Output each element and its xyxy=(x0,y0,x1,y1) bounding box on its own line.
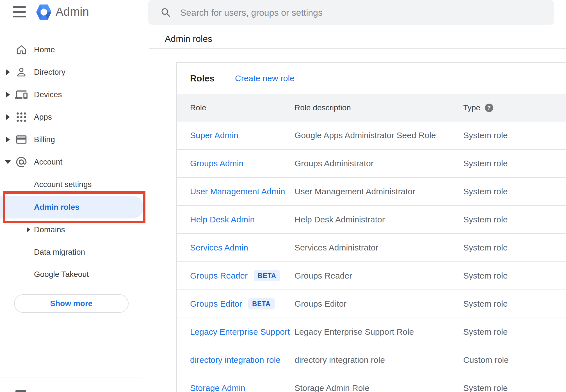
product-name: Admin xyxy=(56,4,89,19)
role-description: Help Desk Administrator xyxy=(295,215,385,224)
chevron-right-icon xyxy=(6,92,10,97)
role-link[interactable]: Groups Admin xyxy=(190,159,243,168)
role-cell: Storage Admin xyxy=(190,383,245,392)
role-type: System role xyxy=(463,271,508,281)
role-type: System role xyxy=(463,215,508,224)
table-row: Legacy Enterprise Support Legacy Enterpr… xyxy=(177,318,566,346)
roles-card: Roles Create new role Role Role descript… xyxy=(176,62,566,392)
role-description: Legacy Enterprise Support Role xyxy=(295,327,414,337)
sidebar-item-label: Billing xyxy=(34,135,55,144)
role-type: System role xyxy=(463,327,508,337)
sidebar-item-label: Admin roles xyxy=(34,203,79,212)
create-new-role-link[interactable]: Create new role xyxy=(235,74,295,83)
table-row: Super Admin Google Apps Administrator Se… xyxy=(177,122,566,150)
sidebar-item-account-settings[interactable]: Account settings xyxy=(0,173,149,196)
hamburger-menu-icon[interactable] xyxy=(13,6,26,17)
role-cell: directory integration role xyxy=(190,355,280,365)
chevron-right-icon xyxy=(6,69,10,75)
role-link[interactable]: Services Admin xyxy=(190,243,248,252)
sidebar-item-directory[interactable]: Directory xyxy=(0,61,149,83)
column-header-role: Role xyxy=(190,103,206,112)
chevron-down-icon xyxy=(5,160,11,164)
sidebar-item-label: Home xyxy=(34,45,55,54)
page-title: Admin roles xyxy=(165,34,212,44)
sidebar-item-label: Directory xyxy=(34,68,65,77)
chevron-right-icon xyxy=(6,114,10,120)
role-type: System role xyxy=(463,187,508,196)
role-description: Groups Reader xyxy=(295,271,352,281)
roles-table-header: Role Role description Type ? xyxy=(177,94,566,122)
sidebar-item-apps[interactable]: Apps xyxy=(0,106,149,128)
sidebar-item-label: Devices xyxy=(34,90,62,99)
sidebar-item-account[interactable]: Account xyxy=(0,151,149,173)
table-row: Storage Admin Storage Admin Role System … xyxy=(177,374,566,392)
show-more-button[interactable]: Show more xyxy=(14,294,129,313)
role-cell: User Management Admin xyxy=(190,187,285,196)
table-row: Groups Editor BETA Groups Editor System … xyxy=(177,290,566,318)
at-sign-icon xyxy=(15,155,28,169)
sidebar: Admin Home Directory Devices xyxy=(0,0,149,392)
chevron-right-icon xyxy=(6,137,10,142)
clipped-sidebar-icon xyxy=(15,390,26,392)
role-cell: Groups Admin xyxy=(190,159,243,168)
table-row: Help Desk Admin Help Desk Administrator … xyxy=(177,206,566,234)
sidebar-item-home[interactable]: Home xyxy=(0,38,149,61)
sidebar-item-data-migration[interactable]: Data migration xyxy=(0,241,149,263)
sidebar-item-label: Account settings xyxy=(34,180,92,189)
sidebar-item-label: Domains xyxy=(34,225,65,234)
role-type: System role xyxy=(463,299,508,309)
beta-badge: BETA xyxy=(248,298,275,309)
role-link[interactable]: User Management Admin xyxy=(190,187,285,196)
chevron-right-icon xyxy=(27,227,30,232)
table-row: directory integration role directory int… xyxy=(177,346,566,374)
role-cell: Legacy Enterprise Support xyxy=(190,327,290,337)
role-description: Storage Admin Role xyxy=(295,383,369,392)
role-link[interactable]: Groups Editor xyxy=(190,299,242,309)
role-description: Groups Administrator xyxy=(295,159,374,168)
role-type: System role xyxy=(463,131,508,140)
devices-icon xyxy=(15,88,28,101)
role-type: System role xyxy=(463,383,508,392)
role-cell: Groups Editor BETA xyxy=(190,298,275,309)
sidebar-item-devices[interactable]: Devices xyxy=(0,83,149,106)
roles-table-body: Super Admin Google Apps Administrator Se… xyxy=(177,122,566,392)
help-icon[interactable]: ? xyxy=(485,104,493,112)
sidebar-item-domains[interactable]: Domains xyxy=(0,218,149,241)
sidebar-divider xyxy=(0,377,143,377)
home-icon xyxy=(15,43,28,56)
role-link[interactable]: Storage Admin xyxy=(190,383,245,392)
column-header-type: Type ? xyxy=(463,103,493,112)
role-link[interactable]: Help Desk Admin xyxy=(190,215,255,224)
role-type: System role xyxy=(463,159,508,168)
role-description: User Management Administrator xyxy=(295,187,415,196)
search-icon xyxy=(161,7,171,17)
google-admin-logo-icon[interactable] xyxy=(36,3,52,21)
role-cell: Groups Reader BETA xyxy=(190,270,280,281)
role-link[interactable]: Groups Reader xyxy=(190,271,248,281)
role-link[interactable]: Legacy Enterprise Support xyxy=(190,327,290,337)
role-description: Groups Editor xyxy=(295,299,346,309)
search-input[interactable] xyxy=(180,0,546,25)
search-bar[interactable] xyxy=(148,0,554,25)
sidebar-item-billing[interactable]: Billing xyxy=(0,128,149,151)
role-link[interactable]: Super Admin xyxy=(190,131,238,140)
apps-grid-icon xyxy=(15,110,28,124)
roles-heading: Roles xyxy=(190,73,214,84)
credit-card-icon xyxy=(15,133,28,146)
sidebar-item-label: Google Takeout xyxy=(34,270,89,279)
sidebar-item-admin-roles[interactable]: Admin roles xyxy=(0,196,149,218)
sidebar-item-label: Account xyxy=(34,158,62,167)
role-cell: Help Desk Admin xyxy=(190,215,255,224)
sidebar-item-google-takeout[interactable]: Google Takeout xyxy=(0,263,149,286)
sidebar-item-label: Data migration xyxy=(34,248,85,257)
role-type: System role xyxy=(463,243,508,252)
sidebar-item-label: Apps xyxy=(34,113,52,122)
role-description: directory integration role xyxy=(295,355,385,365)
column-header-role-description: Role description xyxy=(295,103,351,112)
table-row: User Management Admin User Management Ad… xyxy=(177,178,566,206)
role-link[interactable]: directory integration role xyxy=(190,355,280,365)
role-type: Custom role xyxy=(463,355,509,365)
admin-console-window: Admin Home Directory Devices xyxy=(0,0,566,392)
show-more-label: Show more xyxy=(50,299,93,308)
table-row: Groups Admin Groups Administrator System… xyxy=(177,150,566,178)
